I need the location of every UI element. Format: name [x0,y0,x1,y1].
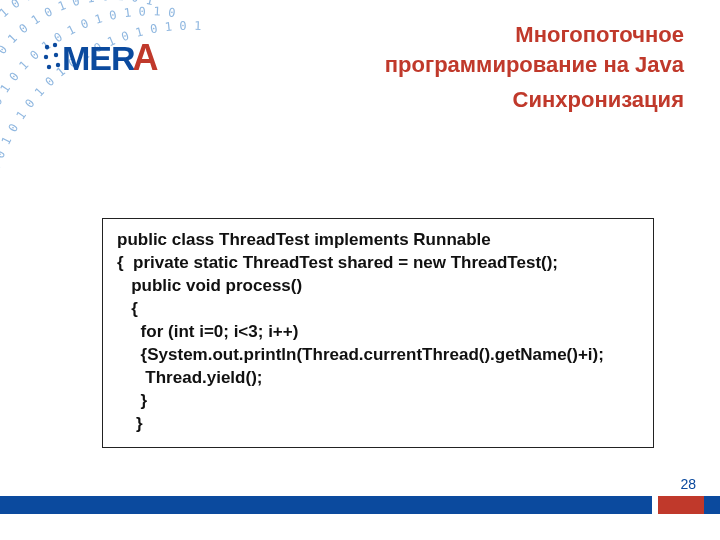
svg-point-6 [44,55,48,59]
svg-point-5 [53,43,57,47]
subtitle: Синхронизация [385,85,684,115]
logo-dots-icon [42,41,62,75]
code-line: } [117,413,639,436]
title-line-1: Многопоточное [385,20,684,50]
code-line: } [117,390,639,413]
svg-point-4 [45,45,49,49]
code-block: public class ThreadTest implements Runna… [102,218,654,448]
footer-bar [0,496,720,514]
code-line: public class ThreadTest implements Runna… [117,229,639,252]
logo-accent: A [133,37,159,79]
mera-logo: MERA [42,28,202,88]
code-line: public void process() [117,275,639,298]
svg-point-8 [47,65,51,69]
page-number: 28 [680,476,696,492]
svg-point-7 [54,53,58,57]
slide: 1 0 1 0 1 0 1 0 1 0 1 0 1 0 1 0 1 0 1 0 … [0,0,720,540]
title-line-2: программирование на Java [385,50,684,80]
code-line: {System.out.println(Thread.currentThread… [117,344,639,367]
code-line: for (int i=0; i<3; i++) [117,321,639,344]
footer-accent [658,496,704,514]
logo-text: MER [62,39,135,78]
svg-point-9 [56,63,60,67]
code-line: Thread.yield(); [117,367,639,390]
footer-margin [0,514,720,540]
code-line: { [117,298,639,321]
code-line: { private static ThreadTest shared = new… [117,252,639,275]
slide-title-block: Многопоточное программирование на Java С… [385,20,684,115]
